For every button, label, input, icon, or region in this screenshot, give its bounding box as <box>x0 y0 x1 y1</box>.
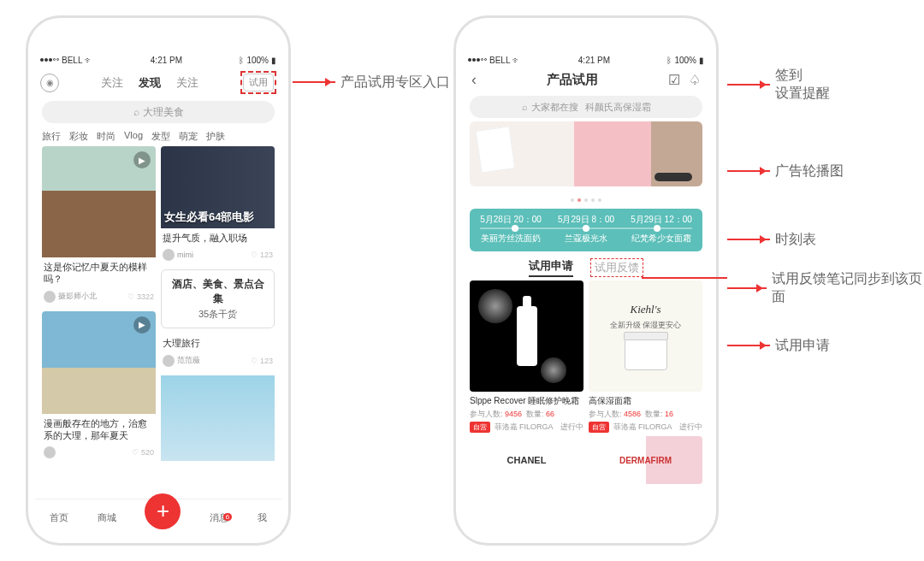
cat-travel[interactable]: 旅行 <box>42 130 61 143</box>
battery-icon: ▮ <box>699 56 704 65</box>
search-label: 大家都在搜 <box>531 101 578 114</box>
annotation-checkin: 签到设置提醒 <box>727 67 830 103</box>
phone-mockup-right: BELL ᯤ 4:21 PM ᛒ 100% ▮ ‹ 产品试用 ☑ ♤ ⌕ 大家都… <box>453 15 719 546</box>
brand-chanel[interactable]: CHANEL <box>470 436 583 484</box>
sched-product2: 兰蔻极光水 <box>548 233 624 245</box>
annotation-feedback: 试用反馈笔记同步到该页面 <box>727 270 924 306</box>
tab-follow[interactable]: 关注 <box>101 75 123 91</box>
feed-card[interactable]: ▶ 漫画般存在的地方，治愈系的大理，那年夏天 ♡ 520 <box>42 311 156 463</box>
sched-product1: 美丽芳丝洗面奶 <box>473 233 548 245</box>
feed-image[interactable] <box>161 375 275 461</box>
kiehls-sub: 全新升级 保湿更安心 <box>610 320 682 331</box>
product-image[interactable]: Kiehl's 全新升级 保湿更安心 <box>589 280 702 392</box>
tab-follow2[interactable]: 关注 <box>176 75 198 91</box>
ad-carousel[interactable] <box>470 121 702 186</box>
carrier-label: BELL <box>489 56 510 65</box>
product-title: 高保湿面霜 <box>589 395 702 407</box>
schedule-table[interactable]: 5月28日 20：00 5月29日 8：00 5月29日 12：00 美丽芳丝洗… <box>470 209 702 251</box>
status-bar: BELL ᯤ 4:21 PM ᛒ 100% ▮ <box>35 52 281 68</box>
bottom-nav: 首页 商城 + 消息6 我 <box>35 499 281 536</box>
jar-icon <box>625 336 667 370</box>
collection-title: 酒店、美食、景点合集 <box>169 277 267 306</box>
carousel-dots <box>463 190 709 205</box>
self-tag: 自营 <box>470 422 490 433</box>
search-icon: ⌕ <box>133 106 139 118</box>
sched-time3: 5月29日 12：00 <box>624 214 699 226</box>
avatar <box>44 291 56 303</box>
bluetooth-icon: ᛒ <box>666 56 672 65</box>
header: ◉ 关注 发现 关注 试用 <box>35 68 281 97</box>
brand-dermafirm[interactable]: DERMAFIRM <box>589 436 702 484</box>
search-input[interactable]: ⌕ 大家都在搜 科颜氏高保湿霜 <box>470 96 702 118</box>
feed-card[interactable]: 大理旅行 范范薇 ♡ 123 <box>161 334 275 369</box>
battery-label: 100% <box>674 56 696 65</box>
screen-left: BELL ᯤ 4:21 PM ᛒ 100% ▮ ◉ 关注 发现 关注 试用 ⌕ … <box>35 52 281 536</box>
annotation-apply: 试用申请 <box>727 337 830 355</box>
avatar <box>44 446 56 458</box>
search-placeholder: 大理美食 <box>143 105 184 120</box>
collection-card[interactable]: 酒店、美食、景点合集 35条干货 <box>161 269 275 328</box>
cat-hair[interactable]: 发型 <box>151 130 170 143</box>
product-image[interactable] <box>470 280 583 392</box>
nav-home[interactable]: 首页 <box>50 511 68 524</box>
feed-card[interactable]: 女生必看64部电影 提升气质，融入职场 mimi ♡ 123 <box>161 146 275 264</box>
card-title: 漫画般存在的地方，治愈系的大理，那年夏天 <box>42 414 156 446</box>
feed-card[interactable]: ▶ 这是你记忆中夏天的模样吗？ 摄影师小北 ♡ 3322 <box>42 146 156 306</box>
card-title: 提升气质，融入职场 <box>161 228 275 247</box>
search-hint: 科颜氏高保湿霜 <box>585 101 651 114</box>
card-title: 这是你记忆中夏天的模样吗？ <box>42 257 156 289</box>
author-name: mimi <box>177 251 193 259</box>
nav-me[interactable]: 我 <box>258 511 267 524</box>
author-name: 范范薇 <box>177 355 200 366</box>
battery-label: 100% <box>246 56 269 65</box>
nav-messages[interactable]: 消息6 <box>210 511 228 524</box>
like-count[interactable]: ♡ 123 <box>251 251 273 259</box>
page-title: 产品试用 <box>547 72 598 88</box>
screen-right: BELL ᯤ 4:21 PM ᛒ 100% ▮ ‹ 产品试用 ☑ ♤ ⌕ 大家都… <box>463 52 709 536</box>
product-meta: 参与人数: 4586 数量: 16 <box>589 409 702 420</box>
cat-pet[interactable]: 萌宠 <box>179 130 198 143</box>
search-icon: ⌕ <box>522 102 528 112</box>
product-brand: 自营 菲洛嘉 FILORGA 进行中 <box>470 422 583 433</box>
like-count[interactable]: ♡ 520 <box>132 448 154 457</box>
card-title: 大理旅行 <box>161 334 275 352</box>
author-name: 摄影师小北 <box>58 291 97 302</box>
wifi-icon: ᯤ <box>85 56 93 65</box>
nav-store[interactable]: 商城 <box>98 511 116 524</box>
bluetooth-icon: ᛒ <box>239 56 244 65</box>
cat-fashion[interactable]: 时尚 <box>97 130 116 143</box>
carrier-label: BELL <box>62 56 82 65</box>
annotation-carousel: 广告轮播图 <box>727 162 844 180</box>
bell-icon[interactable]: ♤ <box>689 72 701 88</box>
tab-apply[interactable]: 试用申请 <box>529 258 573 277</box>
cat-makeup[interactable]: 彩妆 <box>69 130 88 143</box>
time-label: 4:21 PM <box>578 56 610 65</box>
calendar-icon[interactable]: ☑ <box>668 72 680 88</box>
status-bar: BELL ᯤ 4:21 PM ᛒ 100% ▮ <box>463 52 709 68</box>
tab-feedback[interactable]: 试用反馈 <box>590 258 643 277</box>
kiehls-logo: Kiehl's <box>630 303 660 316</box>
bottle-icon <box>517 306 537 366</box>
trial-entry-highlight: 试用 <box>240 71 276 94</box>
product-brand: 自营 菲洛嘉 FILORGA 进行中 <box>589 422 702 433</box>
back-button[interactable]: ‹ <box>471 71 477 89</box>
header: ‹ 产品试用 ☑ ♤ <box>463 68 709 92</box>
app-logo-icon[interactable]: ◉ <box>40 74 59 92</box>
avatar <box>163 249 175 261</box>
add-button[interactable]: + <box>145 493 181 529</box>
cat-vlog[interactable]: Vlog <box>124 130 143 143</box>
product-title: Slppe Recover 睡眠修护晚霜 <box>470 395 583 407</box>
like-count[interactable]: ♡ 3322 <box>127 292 154 301</box>
category-tabs[interactable]: 旅行 彩妆 时尚 Vlog 发型 萌宠 护肤 <box>35 127 281 146</box>
tab-discover[interactable]: 发现 <box>139 75 161 91</box>
search-input[interactable]: ⌕ 大理美食 <box>42 101 275 123</box>
play-icon[interactable]: ▶ <box>133 316 151 334</box>
msg-badge: 6 <box>223 513 232 521</box>
play-icon[interactable]: ▶ <box>133 151 151 168</box>
like-count[interactable]: ♡ 123 <box>251 357 273 365</box>
self-tag: 自营 <box>589 422 609 433</box>
trial-button[interactable]: 试用 <box>243 74 274 92</box>
cat-skin[interactable]: 护肤 <box>206 130 225 143</box>
phone-mockup-left: BELL ᯤ 4:21 PM ᛒ 100% ▮ ◉ 关注 发现 关注 试用 ⌕ … <box>26 15 291 546</box>
feed-grid: ▶ 这是你记忆中夏天的模样吗？ 摄影师小北 ♡ 3322 ▶ 漫画般存在的地方，… <box>35 146 281 462</box>
